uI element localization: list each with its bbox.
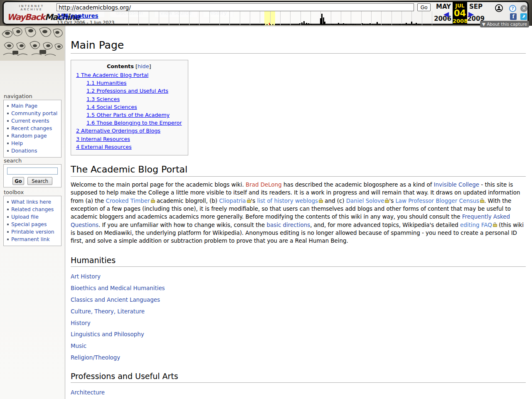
category-link[interactable]: Music xyxy=(71,343,86,349)
toc-link[interactable]: 1.5 Other Parts of the Academy xyxy=(86,112,170,118)
toc-link[interactable]: 1 The Academic Blog Portal xyxy=(76,72,148,78)
intro-link[interactable]: editing FAQ xyxy=(460,222,492,228)
sidebar-item-random-page[interactable]: Random page xyxy=(11,133,47,139)
intro-link[interactable]: Brad DeLong xyxy=(246,182,282,188)
wayback-go-button[interactable]: Go xyxy=(417,3,431,11)
 xyxy=(480,200,484,203)
toc-link[interactable]: 1.2 Professions and Useful Arts xyxy=(86,88,168,94)
help-icon[interactable]: ? xyxy=(509,5,516,12)
toc-row: 3 Internal Resources xyxy=(76,135,182,143)
toc-link[interactable]: 3 Internal Resources xyxy=(76,136,130,142)
facebook-icon[interactable]: f xyxy=(510,13,517,20)
intro-link[interactable]: Daniel Solove xyxy=(346,198,384,204)
timeline-capture-bar xyxy=(399,24,400,25)
search-input[interactable] xyxy=(7,167,58,175)
toc-header: Contents [hide] xyxy=(76,63,182,69)
 xyxy=(319,200,323,203)
toc-link[interactable]: 4 External Resources xyxy=(76,144,132,150)
toolbox-item-related-changes[interactable]: Related changes xyxy=(11,207,54,212)
toc-hide-link[interactable]: hide xyxy=(138,63,149,69)
category-link[interactable]: Linguistics and Philosophy xyxy=(71,331,144,337)
category-link[interactable]: History xyxy=(71,320,91,326)
timeline-capture-bar xyxy=(377,22,378,25)
category-link[interactable]: Classics and Ancient Languages xyxy=(71,297,160,303)
external-lock-icon xyxy=(151,198,155,203)
timeline-capture-bar xyxy=(340,24,342,25)
timeline-capture-bar xyxy=(369,23,371,25)
timeline-capture-bar xyxy=(209,24,210,25)
intro-link[interactable]: Law Professor Blogger Census xyxy=(395,198,479,204)
category-link[interactable]: Religion/Theology xyxy=(71,355,120,361)
category-link[interactable]: Culture, Theory, Literature xyxy=(71,308,145,315)
toc-link[interactable]: 1.3 Sciences xyxy=(86,96,120,102)
toc-link[interactable]: 1.4 Social Sciences xyxy=(86,104,137,110)
timeline-capture-bar xyxy=(301,22,303,25)
sidebar-item-community-portal[interactable]: Community portal xyxy=(11,111,57,116)
intro-link[interactable]: list of history weblogs xyxy=(257,198,318,204)
timeline-capture-bar xyxy=(259,24,260,25)
toc-row: 1.2 Professions and Useful Arts xyxy=(76,87,182,95)
timeline-capture-bar xyxy=(272,24,273,25)
bullet-icon xyxy=(7,105,9,107)
category-link[interactable]: Architecture xyxy=(71,389,105,396)
toolbox-item-what-links-here[interactable]: What links here xyxy=(11,199,51,205)
next-month-label[interactable]: SEP xyxy=(467,3,485,10)
search-button[interactable]: Search xyxy=(27,177,52,185)
sidebar: navigation Main PageCommunity portalCurr… xyxy=(0,26,65,399)
prev-month-label[interactable]: MAY xyxy=(434,3,453,10)
timeline-capture-bar xyxy=(409,24,410,25)
intro-link[interactable]: Cliopatria xyxy=(219,198,246,204)
list-item: What links here xyxy=(6,198,61,206)
wiki-logo-image[interactable] xyxy=(0,26,64,61)
intro-link[interactable]: Invisible College xyxy=(434,182,479,188)
prev-year-label[interactable]: 2006 xyxy=(433,15,453,22)
captures-count-link[interactable]: 156 captures xyxy=(57,12,99,19)
category-link[interactable]: Art History xyxy=(71,273,101,280)
account-icon[interactable] xyxy=(495,4,503,13)
list-item: Donations xyxy=(6,147,61,155)
timeline-year-separator xyxy=(432,11,432,25)
timeline-capture-bar xyxy=(382,24,383,25)
toolbox-item-printable-version[interactable]: Printable version xyxy=(11,229,54,235)
list-item: Upload file xyxy=(6,213,61,221)
timeline-year-separator xyxy=(341,11,341,25)
category-link-row: Religion/Theology xyxy=(71,355,526,361)
timeline-year-separator xyxy=(351,11,351,25)
sidebar-item-recent-changes[interactable]: Recent changes xyxy=(11,126,52,131)
sidebar-item-main-page[interactable]: Main Page xyxy=(11,103,37,109)
intro-link[interactable]: basic directions xyxy=(267,222,310,228)
sidebar-item-donations[interactable]: Donations xyxy=(11,148,37,154)
toc-link[interactable]: 1.1 Humanities xyxy=(86,80,126,86)
category-link[interactable]: Bioethics and Medical Humanities xyxy=(71,285,165,291)
intro-link[interactable]: Crooked Timber xyxy=(106,198,150,204)
close-toolbar-icon[interactable]: ✕ xyxy=(520,5,527,12)
list-item: Related changes xyxy=(6,206,61,213)
wayback-url-input[interactable] xyxy=(57,3,414,11)
sidebar-item-current-events[interactable]: Current events xyxy=(11,118,49,124)
external-lock-icon xyxy=(385,198,389,203)
toc-link[interactable]: 2 Alternative Orderings of Blogs xyxy=(76,128,160,134)
timeline-capture-bar xyxy=(338,23,339,25)
page-title: Main Page xyxy=(71,39,526,54)
wayback-toolbar: INTERNET ARCHIVE WayBackMachine Go 156 c… xyxy=(2,1,529,25)
timeline-year-separator xyxy=(392,11,392,25)
bullet-icon xyxy=(7,128,9,129)
toolbox-item-upload-file[interactable]: Upload file xyxy=(11,214,39,220)
sidebar-item-help[interactable]: Help xyxy=(11,140,23,146)
search-go-button[interactable]: Go xyxy=(12,177,24,185)
capture-timeline[interactable] xyxy=(128,11,433,25)
toc-link[interactable]: 1.6 Those Belonging to the Emperor xyxy=(86,120,182,126)
timeline-capture-bar xyxy=(352,24,354,25)
bullet-icon xyxy=(7,216,9,218)
timeline-capture-bar xyxy=(180,24,181,25)
wayback-machine-logo[interactable]: INTERNET ARCHIVE WayBackMachine xyxy=(7,3,56,23)
timeline-capture-bar xyxy=(355,24,356,25)
about-this-capture-button[interactable]: ▼ About this capture xyxy=(480,21,529,27)
current-month-label: JUL xyxy=(453,3,467,9)
toolbox-item-permanent-link[interactable]: Permanent link xyxy=(11,236,50,242)
toolbox-item-special-pages[interactable]: Special pages xyxy=(11,222,47,227)
toc-row: 1 The Academic Blog Portal xyxy=(76,71,182,79)
twitter-icon[interactable] xyxy=(520,13,527,20)
next-capture-arrow[interactable]: ▶ xyxy=(468,11,474,18)
prev-capture-arrow[interactable]: ◀ xyxy=(443,11,449,18)
